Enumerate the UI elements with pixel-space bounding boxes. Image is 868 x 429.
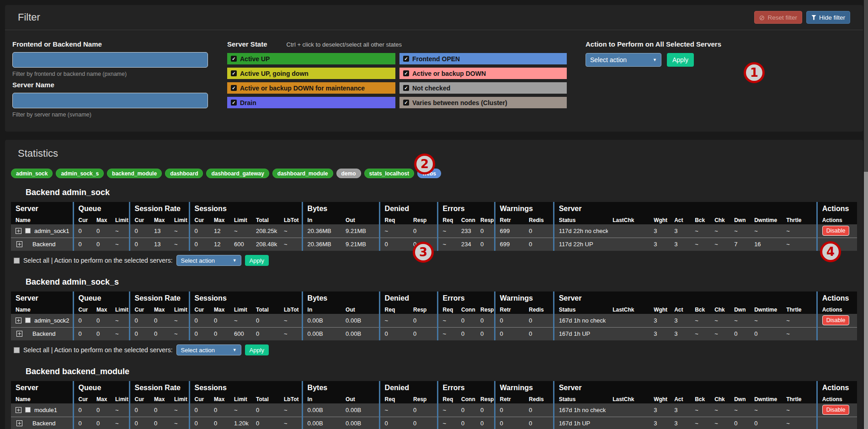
cell-actions: Disable [817,224,857,238]
table-group-header-row: ServerQueueSession RateSessionsBytesDeni… [11,291,857,305]
column-server-chk: Chk [710,395,730,403]
cell-bytes-in: 0.00B [302,327,341,340]
column-sessions-max: Max [209,305,229,314]
cell-server-dwn: ~ [730,314,750,327]
checked-checkbox-icon[interactable]: ✓ [231,85,237,91]
filter-panel: Filter ⊘ Reset filter Hide filter Fronte… [5,5,863,132]
backend-row: Backend00~00~006000~0.00B0.00B00~0000167… [11,327,857,340]
server-state-toggle-label: Active or backup DOWN for maintenance [240,85,365,92]
cell-errors-resp: 0 [476,238,495,251]
cell-bytes-in: 20.36MB [302,224,341,238]
cell-session-rate-limit: ~ [170,403,189,417]
page-scrollbar[interactable] [864,0,868,429]
column-queue-cur: Cur [73,395,92,403]
row-select-checkbox[interactable] [25,228,31,233]
expand-icon[interactable] [16,241,22,247]
server-state-toggle-drain[interactable]: ✓Drain [227,97,395,108]
name-cell-inner: admin_sock2 [16,314,73,327]
row-action-select[interactable]: Select action▼ [176,255,241,266]
cell-sessions-limit: ~ [229,403,251,417]
column-denied-resp: Resp [409,216,437,224]
cell-bytes-out: 0.00B [341,403,379,417]
backend-tag-dashboard-module[interactable]: dashboard_module [272,169,333,178]
bulk-action-select[interactable]: Select action ▼ [586,53,661,67]
name-cell-admin-sock2: admin_sock2 [11,314,73,327]
expand-icon[interactable] [16,407,21,413]
cell-queue-max: 0 [92,327,111,340]
server-state-toggle-active-or-backup-down-for-maintenance[interactable]: ✓Active or backup DOWN for maintenance [227,82,395,94]
reset-filter-button[interactable]: ⊘ Reset filter [754,11,802,24]
cell-server-chk: ~ [710,224,730,238]
column-server-dwntime: Dwntime [750,305,782,314]
column-group-sessions: Sessions [189,202,302,216]
select-all-checkbox[interactable] [14,258,20,264]
checked-checkbox-icon[interactable]: ✓ [403,85,409,91]
cell-server-bck: ~ [690,417,710,429]
scrollbar-thumb[interactable] [864,172,868,429]
checked-checkbox-icon[interactable]: ✓ [403,70,409,76]
column-bytes-out: Out [341,216,379,224]
row-select-checkbox[interactable] [25,407,31,413]
select-all-checkbox[interactable] [14,347,20,353]
backend-tag-admin-sock[interactable]: admin_sock [11,169,53,178]
column-warnings-redis: Redis [524,395,554,403]
cell-queue-cur: 0 [73,314,92,327]
column-sessions-lbtot: LbTot [279,305,302,314]
bulk-apply-button[interactable]: Apply [667,53,694,67]
column-server-wght: Wght [649,395,670,403]
server-state-toggle-active-or-backup-down[interactable]: ✓Active or backup DOWN [399,68,567,79]
column-server-dwn: Dwn [730,216,750,224]
checked-checkbox-icon[interactable]: ✓ [403,100,409,106]
cell-server-act: 3 [670,403,690,417]
server-state-toggle-active-up-going-down[interactable]: ✓Active UP, going down [227,68,395,79]
column-group-server: Server [11,381,73,395]
server-state-toggle-frontend-open[interactable]: ✓Frontend OPEN [399,53,567,64]
server-name-label: Backend [32,420,56,427]
checked-checkbox-icon[interactable]: ✓ [403,56,409,62]
checked-checkbox-icon[interactable]: ✓ [231,100,237,106]
row-apply-button[interactable]: Apply [245,255,269,266]
backend-section-backend-backend-module: Backend backend_moduleServerQueueSession… [5,367,863,429]
cell-bytes-in: 0.00B [302,417,341,429]
disable-server-button[interactable]: Disable [822,226,850,236]
row-action-select[interactable]: Select action▼ [176,344,241,355]
cell-server-thrtle: ~ [782,224,817,238]
row-apply-button[interactable]: Apply [245,344,269,355]
cell-server-wght: 3 [649,224,670,238]
backend-tag-demo[interactable]: demo [336,169,361,178]
column-group-server: Server [554,202,817,216]
column-server-chk: Chk [710,216,730,224]
cell-sessions-max: 12 [209,224,229,238]
disable-server-button[interactable]: Disable [822,315,850,325]
column-server-thrtle: Thrtle [782,395,817,403]
pxname-help: Filter by frontend or backend name (pxna… [12,71,208,77]
expand-icon[interactable] [16,331,22,337]
cell-queue-cur: 0 [73,238,92,251]
server-row: admin_sock100~013~012~208.25k~20.36MB9.2… [11,224,857,238]
checked-checkbox-icon[interactable]: ✓ [231,56,237,62]
server-state-toggle-not-checked[interactable]: ✓Not checked [399,82,567,94]
backend-tag-backend-module[interactable]: backend_module [107,169,162,178]
backend-tag-admin-sock-s[interactable]: admin_sock_s [56,169,104,178]
expand-icon[interactable] [16,228,21,234]
backend-tag-dashboard-gateway[interactable]: dashboard_gateway [206,169,269,178]
expand-icon[interactable] [16,420,22,426]
expand-icon[interactable] [16,318,21,323]
column-session-rate-limit: Limit [170,395,189,403]
cell-bytes-out: 9.21MB [341,224,379,238]
cell-bytes-out: 0.00B [341,327,379,340]
server-state-toggle-active-up[interactable]: ✓Active UP [227,53,395,64]
column-actions-actions: Actions [817,216,857,224]
disable-server-button[interactable]: Disable [822,405,850,415]
checked-checkbox-icon[interactable]: ✓ [231,70,237,76]
pxname-input[interactable] [12,52,208,68]
backend-tag-dashboard[interactable]: dashboard [165,169,203,178]
column-errors-conn: Conn [457,395,476,403]
row-select-checkbox[interactable] [25,318,31,323]
backend-tag-stats-localhost[interactable]: stats_localhost [364,169,414,178]
cell-sessions-limit: 600 [229,238,251,251]
cell-warnings-retr: 0 [495,403,524,417]
svname-input[interactable] [12,93,208,108]
server-state-toggle-varies-between-nodes-cluster[interactable]: ✓Varies between nodes (Cluster) [399,97,567,108]
hide-filter-button[interactable]: Hide filter [806,11,850,24]
